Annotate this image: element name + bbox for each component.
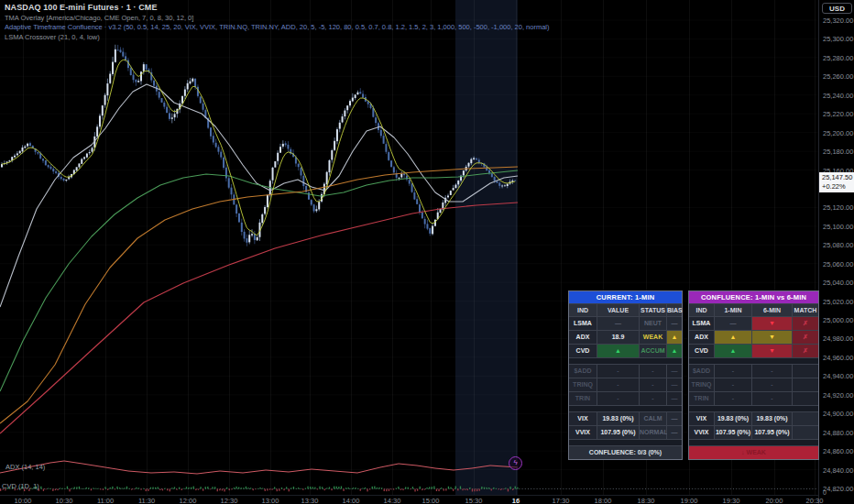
flash-icon[interactable]: ϟ [509,456,522,470]
price-tick-label: 24,940.00 [823,372,853,380]
price-tick-label: 25,120.00 [823,203,853,212]
table-spacer [689,406,818,411]
table-cell: NEUT [640,317,666,330]
table-col-header: 6-MIN [752,304,792,316]
table-spacer [569,440,682,445]
table-col-header: BIAS [667,304,682,316]
time-tick-label: 20:30 [806,497,824,504]
table-cell: - [752,378,792,391]
table-row-label: TRINQ [569,378,597,391]
indicator-adaptive-confluence[interactable]: Adaptive Timeframe Confluence · v3.2 (50… [5,23,550,31]
table-spacer [569,406,682,411]
confluence-table: CONFLUENCE: 1-MIN vs 6-MININD1-MIN6-MINM… [688,290,819,460]
table-cell: - [715,392,751,405]
time-tick-label: 11:30 [138,497,155,504]
table-cell: — [667,412,682,425]
table-row-label: TRIN [689,392,714,405]
table-cell: ✗ [793,331,818,344]
price-tick-label: 24,860.00 [823,447,853,455]
price-tick-label: 24,820.00 [823,485,853,493]
table-cell: ▲ [667,345,682,357]
indicator-tma-overlay[interactable]: TMA Overlay [America/Chicago, CME Open, … [5,14,550,22]
last-price-badge: 25,147.50 +0.22% [819,172,854,192]
table-cell: ▲ [715,331,751,344]
table-cell: ▼ [752,331,792,344]
table-col-header: 1-MIN [715,304,751,316]
table-cell [793,412,818,425]
time-tick-label: 10:00 [15,497,32,504]
adx-line [0,461,518,474]
time-tick-label: 10:30 [56,497,73,504]
price-tick-label: 25,260.00 [823,72,853,81]
table-spacer [689,358,818,364]
table-cell: - [640,378,666,391]
time-tick-label: 18:30 [638,497,655,504]
table-col-header: VALUE [597,304,639,316]
table-row-label: LSMA [689,317,714,330]
price-tick-label: 25,220.00 [823,110,853,118]
table-row-label: CVD [689,345,714,357]
time-tick-label: 12:30 [221,497,238,504]
price-axis[interactable]: USD 25,147.50 +0.22% 0 25,320.0025,300.0… [818,0,854,504]
table-cell: ▼ [752,345,792,357]
price-tick-label: 25,080.00 [823,241,853,249]
chart-legend: NASDAQ 100 E-mini Futures · 1 · CME TMA … [5,3,550,41]
table-row-label: $ADD [689,365,714,378]
time-tick-label: 20:00 [766,497,783,504]
price-tick-label: 24,960.00 [823,354,853,362]
table-cell: 18.9 [597,331,639,344]
table-row-label: TRIN [569,392,597,405]
symbol-title[interactable]: NASDAQ 100 E-mini Futures · 1 · CME [5,3,550,12]
table-cell: 107.95 (0%) [597,426,639,439]
price-tick-label: 25,040.00 [823,279,853,287]
table-row-label: CVD [569,345,597,357]
price-tick-label: 25,000.00 [823,316,853,324]
adx-pane-label[interactable]: ADX (14, 14) [5,463,45,471]
time-tick-label: 14:00 [343,497,360,504]
cvd-pane-label[interactable]: CVD (1D, 1) [2,482,39,490]
time-tick-label: 15:30 [465,497,483,504]
table-cell: — [667,426,682,439]
table-cell: ▲ [715,345,751,357]
table-cell: — [667,392,682,405]
table-cell: - [715,378,751,391]
table-cell: - [715,365,751,378]
time-tick-label: 16 [512,497,520,504]
table-col-header: STATUS [640,304,666,316]
table-cell: ▲ [667,331,682,344]
price-tick-label: 24,980.00 [823,334,853,343]
table-footer: ↓ WEAK [689,446,818,459]
price-tick-label: 24,840.00 [823,466,853,475]
table-cell: - [640,392,666,405]
table-col-header: IND [569,304,597,316]
price-tick-label: 24,900.00 [823,410,853,418]
ma-line-ema-orange [0,167,518,423]
currency-button[interactable]: USD [822,3,852,14]
indicator-lsma-crossover[interactable]: LSMA Crossover (21, 0, 4, low) [5,33,550,41]
table-cell: ✗ [793,345,818,357]
table-row-label: ADX [569,331,597,344]
table-title: CONFLUENCE: 1-MIN vs 6-MIN [689,291,818,303]
price-tick-label: 25,200.00 [823,129,853,137]
price-tick-label: 25,020.00 [823,298,853,306]
table-row-label: VVIX [569,426,597,439]
table-cell: - [597,378,639,391]
time-tick-label: 12:00 [180,497,197,504]
time-tick-label: 19:30 [723,497,740,504]
table-title: CURRENT: 1-MIN [569,291,682,303]
price-tick-label: 25,100.00 [823,223,853,231]
price-tick-label: 25,240.00 [823,92,853,100]
time-tick-label: 11:00 [97,497,114,504]
time-tick-label: 15:00 [422,497,440,504]
current-timeframe-table: CURRENT: 1-MININDVALUESTATUSBIASLSMA—NEU… [568,290,683,460]
time-tick-label: 17:30 [553,497,570,504]
table-cell: 19.83 (0%) [597,412,639,425]
time-axis[interactable]: 10:0010:3011:0011:3012:0012:3013:0013:30… [0,495,818,504]
table-cell: ✗ [793,317,818,330]
time-tick-label: 14:30 [384,497,401,504]
table-footer: CONFLUENCE: 0/3 (0%) [569,446,682,459]
table-row-label: VIX [689,412,714,425]
table-cell: — [667,317,682,330]
table-cell: - [752,365,792,378]
ma-line-ema-green [0,170,518,391]
